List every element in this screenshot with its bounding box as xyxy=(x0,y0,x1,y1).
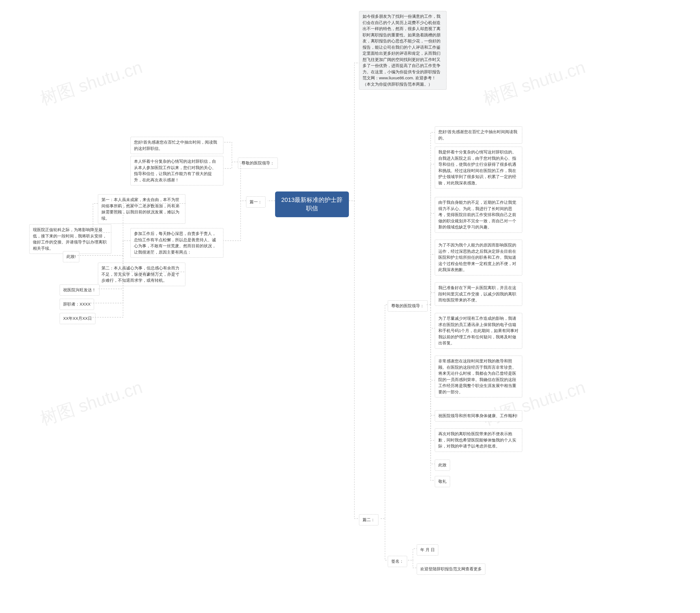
p2-para-1: 您好!首先感谢您在百忙之中抽出时间阅读我的。 xyxy=(435,126,522,144)
watermark: 树图 shutu.cn xyxy=(37,55,145,111)
p1-salute-2: 祝医院兴旺发达！ xyxy=(60,285,100,296)
p2-para-4: 为了不因为我个人能力的原因而影响医院的运作，经过深思熟虑之后我决定辞去目前在医院… xyxy=(435,239,522,275)
p2-salute-2: 敬礼 xyxy=(435,476,450,487)
p1-signer: 辞职者：XXXX xyxy=(60,299,94,310)
chapter-2-label[interactable]: 篇二： xyxy=(359,514,379,525)
p2-para-7: 非常感谢您在这段时间里对我的教导和照顾。在医院的这段经历于我而言非常珍贵。将来无… xyxy=(435,356,522,397)
p2-para-9: 再次对我的离职给医院带来的不便表示抱歉，同时我也希望医院能够体恤我的个人实际，对… xyxy=(435,428,522,452)
p2-date: 年 月 日 xyxy=(417,544,438,556)
p1-para-3: 参加工作后，每天静心深思，自责多于责人，总怕工作有半点松懈，所以总是善意待人、诚… xyxy=(130,228,223,258)
p1-para-2: 本人怀着十分复杂的心情写的这封辞职信，自从本人参加医院工作以来，您们对我的关心、… xyxy=(130,156,223,185)
p1-salute-1: 此致! xyxy=(63,251,79,262)
p1-para-1: 您好!首先感谢您在百忙之中抽出时间，阅读我的这封辞职信。 xyxy=(130,137,223,154)
p1-reason-1: 第一：本人虽未成家，来去自由，本不为世间俗事所羁，然家中二老岁数渐加，尚有弟妹需… xyxy=(98,194,185,224)
preface-box: 如今很多朋友为了找到一份满意的工作，我们会在自己的个人简历上花费不少心机创造出不… xyxy=(359,11,447,90)
p2-more-link[interactable]: 欢迎登陆辞职报告范文网查看更多 xyxy=(417,563,485,575)
p1-date: XX年XX月XX日 xyxy=(60,313,95,324)
p2-salute-1: 此致 xyxy=(435,459,450,471)
connector-layer xyxy=(0,0,700,613)
p2-para-6: 为了尽量减少对现有工作造成的影响，我请求在医院的员工通讯录上保留我的电子信箱和手… xyxy=(435,313,522,349)
p1-leader[interactable]: 尊敬的医院领导： xyxy=(238,158,278,169)
p1-reason-2: 第二：本人虽诚心为事，但总感心有余而力不足，苦无实学，纵使有豪情万丈，亦是寸步难… xyxy=(98,263,185,286)
p2-para-5: 我已准备好在下周一从医院离职，并且在这段时间里完成工作交接，以减少因我的离职而给… xyxy=(435,282,522,306)
p2-para-8: 祝医院领导和所有同事身体健康、工作顺利! xyxy=(435,410,522,421)
root-node[interactable]: 2013最新标准的护士辞职信 xyxy=(275,192,349,217)
chapter-1-label[interactable]: 篇一： xyxy=(246,196,265,208)
p2-para-2: 我是怀着十分复杂的心情写这封辞职信的。自我进入医院之后，由于您对我的关心、指导和… xyxy=(435,147,522,188)
p1-closing: 现医院正值轮科之际，为将影响降至最低，接下来的一段时间，我将听从安排，做好工作的… xyxy=(29,224,111,254)
p2-sign-label: 签名： xyxy=(388,556,407,567)
watermark: 树图 shutu.cn xyxy=(37,375,145,431)
p2-leader[interactable]: 尊敬的医院领导： xyxy=(388,300,428,312)
watermark: 树图 shutu.cn xyxy=(480,55,589,111)
p2-para-3: 由于我自身能力的不足，近期的工作让我觉得力不从心。为此，我进行了长时间的思考，觉… xyxy=(435,197,522,233)
